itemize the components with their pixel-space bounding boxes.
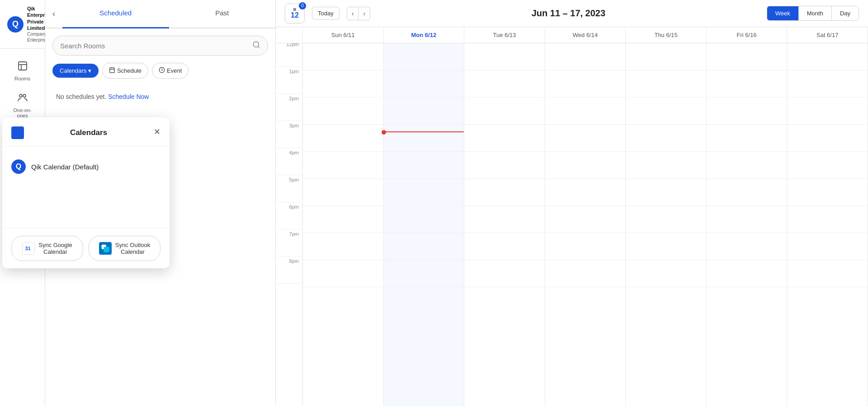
search-input[interactable] bbox=[60, 42, 249, 50]
time-cell[interactable] bbox=[707, 152, 787, 179]
time-cell[interactable] bbox=[545, 260, 626, 287]
sync-outlook-button[interactable]: Sync Outlook Calendar bbox=[89, 236, 160, 261]
time-cell[interactable] bbox=[464, 98, 545, 125]
time-cell[interactable] bbox=[707, 260, 787, 287]
time-cell[interactable] bbox=[384, 43, 464, 70]
time-cell[interactable] bbox=[545, 233, 626, 260]
time-cell[interactable] bbox=[545, 152, 626, 179]
time-cell[interactable] bbox=[626, 70, 706, 98]
tab-scheduled[interactable]: Scheduled bbox=[62, 0, 169, 28]
day-column-6[interactable] bbox=[787, 43, 868, 406]
time-cell[interactable] bbox=[626, 206, 706, 233]
time-cell[interactable] bbox=[545, 43, 626, 70]
time-cell[interactable] bbox=[545, 70, 626, 98]
calendar-icon-button[interactable]: ▦ 12 0 bbox=[285, 4, 305, 23]
time-cell[interactable] bbox=[303, 125, 383, 152]
time-cell[interactable] bbox=[384, 70, 464, 98]
day-column-2[interactable] bbox=[464, 43, 545, 406]
time-cell[interactable] bbox=[464, 152, 545, 179]
time-cell[interactable] bbox=[626, 98, 706, 125]
time-cell[interactable] bbox=[626, 43, 706, 70]
time-cell[interactable] bbox=[545, 125, 626, 152]
time-cell[interactable] bbox=[545, 179, 626, 206]
time-cell[interactable] bbox=[787, 125, 868, 152]
next-button[interactable]: › bbox=[359, 7, 370, 20]
sidebar-item-rooms[interactable]: Rooms bbox=[5, 56, 41, 86]
time-cell[interactable] bbox=[303, 179, 383, 206]
modal-close-button[interactable]: ✕ bbox=[152, 125, 162, 139]
time-cell[interactable] bbox=[303, 260, 383, 287]
time-cell[interactable] bbox=[707, 98, 787, 125]
search-icon bbox=[252, 41, 260, 51]
day-column-0[interactable] bbox=[303, 43, 384, 406]
topbar: ▦ 12 0 Today ‹ › Jun 11 – 17, 2023 Week … bbox=[276, 0, 868, 27]
time-cell[interactable] bbox=[707, 43, 787, 70]
time-label: 3pm bbox=[276, 121, 302, 148]
time-cell[interactable] bbox=[707, 125, 787, 152]
time-cell[interactable] bbox=[626, 233, 706, 260]
time-cell[interactable] bbox=[384, 179, 464, 206]
event-button[interactable]: Event bbox=[152, 63, 189, 79]
time-cell[interactable] bbox=[545, 98, 626, 125]
view-month-button[interactable]: Month bbox=[799, 6, 832, 20]
time-cell[interactable] bbox=[384, 233, 464, 260]
sync-google-button[interactable]: 31 Sync Google Calendar bbox=[11, 236, 83, 261]
time-cell[interactable] bbox=[464, 206, 545, 233]
tab-past[interactable]: Past bbox=[169, 0, 276, 28]
view-week-button[interactable]: Week bbox=[767, 6, 799, 20]
time-cell[interactable] bbox=[464, 179, 545, 206]
calendars-button[interactable]: Calendars ▾ bbox=[52, 64, 99, 78]
time-cell[interactable] bbox=[464, 260, 545, 287]
view-day-button[interactable]: Day bbox=[832, 6, 859, 20]
time-cell[interactable] bbox=[303, 152, 383, 179]
time-cell[interactable] bbox=[707, 70, 787, 98]
time-cell[interactable] bbox=[384, 98, 464, 125]
time-cell[interactable] bbox=[787, 179, 868, 206]
time-cell[interactable] bbox=[384, 260, 464, 287]
time-cell[interactable] bbox=[303, 206, 383, 233]
sync-outlook-label: Sync Outlook Calendar bbox=[115, 242, 150, 255]
search-bar[interactable] bbox=[52, 36, 268, 56]
day-column-5[interactable] bbox=[707, 43, 788, 406]
time-cell[interactable] bbox=[787, 70, 868, 98]
time-cell[interactable] bbox=[626, 260, 706, 287]
current-time-dot bbox=[382, 130, 386, 135]
panel-back-btn[interactable]: ‹ bbox=[45, 0, 62, 28]
time-cell[interactable] bbox=[384, 206, 464, 233]
time-cell[interactable] bbox=[303, 43, 383, 70]
time-cell[interactable] bbox=[545, 206, 626, 233]
time-cell[interactable] bbox=[303, 98, 383, 125]
time-cell[interactable] bbox=[384, 125, 464, 152]
time-cell[interactable] bbox=[626, 152, 706, 179]
day-column-4[interactable] bbox=[626, 43, 707, 406]
time-cell[interactable] bbox=[464, 70, 545, 98]
prev-button[interactable]: ‹ bbox=[347, 7, 359, 20]
modal-body: Q Qik Calendar (Default) bbox=[2, 147, 170, 228]
time-cell[interactable] bbox=[787, 233, 868, 260]
today-button[interactable]: Today bbox=[312, 7, 340, 20]
time-cell[interactable] bbox=[787, 98, 868, 125]
time-label: 12pm bbox=[276, 43, 302, 67]
time-cell[interactable] bbox=[303, 70, 383, 98]
time-cell[interactable] bbox=[464, 43, 545, 70]
schedule-button[interactable]: Schedule bbox=[102, 63, 148, 79]
day-column-3[interactable] bbox=[545, 43, 626, 406]
time-label: 5pm bbox=[276, 175, 302, 202]
time-cell[interactable] bbox=[787, 206, 868, 233]
time-cell[interactable] bbox=[707, 206, 787, 233]
time-cell[interactable] bbox=[787, 43, 868, 70]
nav-arrows: ‹ › bbox=[347, 7, 370, 20]
time-cell[interactable] bbox=[626, 179, 706, 206]
time-cell[interactable] bbox=[707, 233, 787, 260]
time-cell[interactable] bbox=[787, 260, 868, 287]
time-cell[interactable] bbox=[707, 179, 787, 206]
time-cell[interactable] bbox=[626, 125, 706, 152]
time-cell[interactable] bbox=[303, 233, 383, 260]
time-cell[interactable] bbox=[464, 125, 545, 152]
schedule-now-link[interactable]: Schedule Now bbox=[108, 93, 149, 100]
day-column-1[interactable] bbox=[384, 43, 465, 406]
time-cell[interactable] bbox=[787, 152, 868, 179]
time-cell[interactable] bbox=[464, 233, 545, 260]
company-logo[interactable]: Q Qik Enterprises Private Limited Compan… bbox=[0, 0, 45, 49]
time-cell[interactable] bbox=[384, 152, 464, 179]
